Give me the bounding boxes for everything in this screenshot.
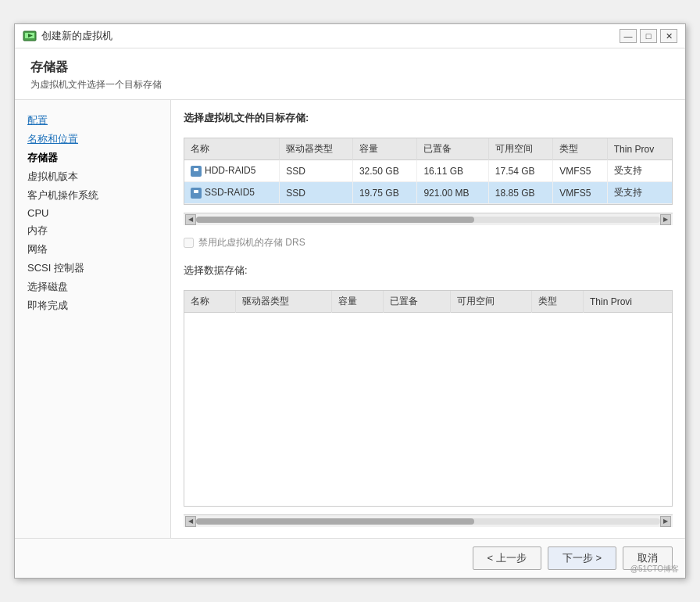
col-provisioned: 已置备 xyxy=(417,138,488,160)
datastore-table-wrapper[interactable]: 名称 驱动器类型 容量 已置备 可用空间 类型 Thin Provi xyxy=(184,290,673,507)
scroll2-thumb[interactable] xyxy=(196,518,474,525)
col-type: 类型 xyxy=(553,138,607,160)
scroll-thumb[interactable] xyxy=(196,217,474,223)
sidebar-item-memory[interactable]: 内存 xyxy=(23,221,162,240)
sidebar-item-name-location[interactable]: 名称和位置 xyxy=(23,130,162,149)
maximize-button[interactable]: □ xyxy=(640,29,657,43)
scroll2-right-arrow[interactable]: ▶ xyxy=(660,516,671,527)
col2-provisioned: 已置备 xyxy=(384,291,450,313)
table-cell-3: 16.11 GB xyxy=(417,160,488,182)
sidebar-item-scsi[interactable]: SCSI 控制器 xyxy=(23,259,162,278)
page-title: 存储器 xyxy=(30,59,670,76)
storage-table: 名称 驱动器类型 容量 已置备 可用空间 类型 Thin Prov HDD-RA… xyxy=(184,138,672,204)
table-cell-2: 19.75 GB xyxy=(352,182,416,204)
scroll-right-arrow[interactable]: ▶ xyxy=(660,214,671,225)
main-content: 选择虚拟机文件的目标存储: 名称 驱动器类型 容量 已置备 可用空间 类型 Th… xyxy=(171,100,685,538)
table-row[interactable]: SSD-RAID5SSD19.75 GB921.00 MB18.85 GBVMF… xyxy=(184,182,672,204)
col2-type: 类型 xyxy=(532,291,584,313)
table-cell-5: VMFS5 xyxy=(553,182,607,204)
table-cell-1: SSD xyxy=(280,160,353,182)
table-cell-2: 32.50 GB xyxy=(352,160,416,182)
sidebar-item-vm-version[interactable]: 虚拟机版本 xyxy=(23,167,162,186)
datastore-table: 名称 驱动器类型 容量 已置备 可用空间 类型 Thin Provi xyxy=(184,291,672,313)
sidebar-item-guest-os[interactable]: 客户机操作系统 xyxy=(23,186,162,205)
table2-scrollbar[interactable]: ◀ ▶ xyxy=(184,514,673,527)
table1-title: 选择虚拟机文件的目标存储: xyxy=(184,111,673,125)
disk-icon xyxy=(191,188,202,199)
page-subtitle: 为虚拟机文件选择一个目标存储 xyxy=(30,78,670,91)
sidebar-item-config[interactable]: 配置 xyxy=(23,111,162,130)
window-title: 创建新的虚拟机 xyxy=(41,29,112,43)
col2-capacity: 容量 xyxy=(332,291,384,313)
table-cell-6: 受支持 xyxy=(607,182,672,204)
storage-table-body: HDD-RAID5SSD32.50 GB16.11 GB17.54 GBVMFS… xyxy=(184,160,672,204)
col2-thin: Thin Provi xyxy=(584,291,672,313)
close-button[interactable]: ✕ xyxy=(660,29,677,43)
col-drive-type: 驱动器类型 xyxy=(280,138,353,160)
scroll-track[interactable] xyxy=(196,217,660,223)
watermark: @51CTO博客 xyxy=(630,564,679,575)
storage-table-wrapper[interactable]: 名称 驱动器类型 容量 已置备 可用空间 类型 Thin Prov HDD-RA… xyxy=(184,138,673,205)
col-thin: Thin Prov xyxy=(607,138,672,160)
col2-name: 名称 xyxy=(184,291,235,313)
title-bar-left: 创建新的虚拟机 xyxy=(23,29,112,43)
disable-drs-checkbox[interactable] xyxy=(184,238,194,248)
disable-drs-label: 禁用此虚拟机的存储 DRS xyxy=(198,236,305,249)
table1-header-row: 名称 驱动器类型 容量 已置备 可用空间 类型 Thin Prov xyxy=(184,138,672,160)
table-cell-6: 受支持 xyxy=(607,160,672,182)
table-cell-3: 921.00 MB xyxy=(417,182,488,204)
disk-icon xyxy=(191,166,202,177)
scroll2-left-arrow[interactable]: ◀ xyxy=(185,516,196,527)
title-bar: 创建新的虚拟机 — □ ✕ xyxy=(15,24,685,48)
sidebar-item-storage: 存储器 xyxy=(23,149,162,167)
scroll-left-arrow[interactable]: ◀ xyxy=(185,214,196,225)
table-cell-4: 18.85 GB xyxy=(488,182,552,204)
sidebar-item-finish[interactable]: 即将完成 xyxy=(23,296,162,315)
next-button[interactable]: 下一步 > xyxy=(548,546,616,570)
col-capacity: 容量 xyxy=(352,138,416,160)
back-button[interactable]: < 上一步 xyxy=(473,546,541,570)
minimize-button[interactable]: — xyxy=(620,29,637,43)
col2-drive-type: 驱动器类型 xyxy=(235,291,332,313)
scroll2-track[interactable] xyxy=(196,518,660,525)
vm-icon xyxy=(23,29,37,43)
sidebar-item-network[interactable]: 网络 xyxy=(23,240,162,259)
table-cell-5: VMFS5 xyxy=(553,160,607,182)
table-cell-1: SSD xyxy=(280,182,353,204)
table-cell-4: 17.54 GB xyxy=(488,160,552,182)
table2-title: 选择数据存储: xyxy=(184,263,673,278)
content-area: 配置名称和位置存储器虚拟机版本客户机操作系统CPU内存网络SCSI 控制器选择磁… xyxy=(15,100,685,538)
sidebar-item-cpu[interactable]: CPU xyxy=(23,205,162,221)
sidebar-item-select-disk[interactable]: 选择磁盘 xyxy=(23,278,162,296)
table2-header-row: 名称 驱动器类型 容量 已置备 可用空间 类型 Thin Provi xyxy=(184,291,672,313)
table-cell-0: HDD-RAID5 xyxy=(184,160,280,182)
sidebar: 配置名称和位置存储器虚拟机版本客户机操作系统CPU内存网络SCSI 控制器选择磁… xyxy=(15,100,171,538)
col-name: 名称 xyxy=(184,138,280,160)
footer: < 上一步 下一步 > 取消 @51CTO博客 xyxy=(15,538,685,578)
table1-scrollbar[interactable]: ◀ ▶ xyxy=(184,213,673,225)
main-window: 创建新的虚拟机 — □ ✕ 存储器 为虚拟机文件选择一个目标存储 配置名称和位置… xyxy=(14,23,686,579)
title-bar-controls: — □ ✕ xyxy=(620,29,677,43)
table-row[interactable]: HDD-RAID5SSD32.50 GB16.11 GB17.54 GBVMFS… xyxy=(184,160,672,182)
col-available: 可用空间 xyxy=(488,138,552,160)
col2-available: 可用空间 xyxy=(450,291,532,313)
disable-drs-row: 禁用此虚拟机的存储 DRS xyxy=(184,233,673,253)
header: 存储器 为虚拟机文件选择一个目标存储 xyxy=(15,48,685,100)
table-cell-0: SSD-RAID5 xyxy=(184,182,280,204)
